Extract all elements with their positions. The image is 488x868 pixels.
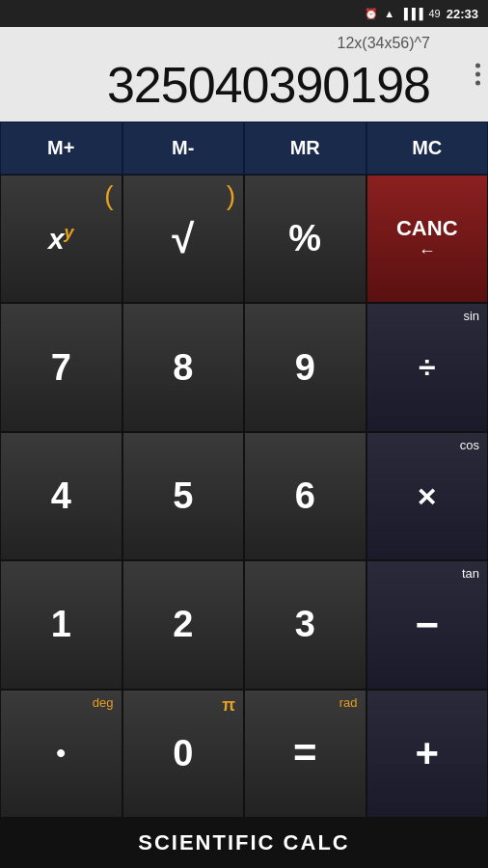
close-paren-label: ): [227, 180, 235, 211]
digit-9-button[interactable]: 9: [244, 303, 366, 431]
button-row-2: 7 8 9 sin ÷: [0, 303, 488, 431]
xy-button[interactable]: ( xy: [0, 175, 122, 303]
plus-label: +: [415, 730, 439, 776]
cos-label: cos: [460, 438, 479, 452]
wifi-icon: ▲: [384, 8, 394, 19]
digit-3-label: 3: [295, 604, 315, 645]
digit-4-button[interactable]: 4: [0, 432, 122, 560]
memory-plus-button[interactable]: M+: [0, 122, 122, 175]
deg-label: deg: [93, 695, 114, 710]
memory-minus-button[interactable]: M-: [122, 122, 245, 175]
display-area: 12x(34x56)^7 325040390198: [0, 27, 488, 122]
dot-3: [475, 81, 480, 86]
minus-button[interactable]: tan −: [366, 560, 489, 689]
divide-button[interactable]: sin ÷: [366, 303, 489, 431]
app-label: SCIENTIFIC CALC: [0, 818, 488, 868]
expression-display: 12x(34x56)^7: [10, 35, 430, 52]
digit-9-label: 9: [295, 347, 315, 389]
status-time: 22:33: [447, 7, 478, 21]
digit-8-label: 8: [173, 347, 193, 389]
open-paren-label: (: [104, 180, 113, 211]
minus-label: −: [415, 605, 439, 645]
percent-label: %: [288, 218, 321, 259]
calculator-grid: ( xy ) √ % CANC ← 7 8 9 sin ÷: [0, 175, 488, 818]
digit-5-label: 5: [173, 475, 193, 517]
tan-label: tan: [462, 566, 479, 581]
digit-3-button[interactable]: 3: [244, 560, 366, 689]
percent-button[interactable]: %: [244, 175, 366, 303]
sqrt-button[interactable]: ) √: [122, 175, 245, 303]
digit-0-label: 0: [173, 733, 193, 774]
equals-button[interactable]: rad =: [244, 690, 366, 818]
dot-button[interactable]: deg •: [0, 690, 122, 818]
result-display: 325040390198: [10, 56, 430, 114]
digit-6-label: 6: [295, 475, 315, 517]
digit-8-button[interactable]: 8: [122, 303, 245, 431]
memory-row: M+ M- MR MC: [0, 122, 488, 175]
multiply-button[interactable]: cos ×: [366, 432, 489, 560]
digit-2-button[interactable]: 2: [122, 560, 245, 689]
signal-icon: ▐▐▐: [400, 8, 422, 19]
cancel-button[interactable]: CANC ←: [366, 175, 489, 303]
digit-2-label: 2: [173, 604, 193, 645]
equals-label: =: [293, 730, 317, 776]
canc-label: CANC ←: [396, 216, 458, 261]
sin-label: sin: [463, 309, 479, 323]
button-row-3: 4 5 6 cos ×: [0, 432, 488, 560]
memory-clear-button[interactable]: MC: [366, 122, 489, 175]
display-dots: [475, 64, 480, 86]
digit-0-button[interactable]: π 0: [122, 690, 245, 818]
digit-4-label: 4: [51, 475, 71, 517]
divide-label: ÷: [419, 350, 436, 386]
memory-recall-button[interactable]: MR: [244, 122, 366, 175]
button-row-1: ( xy ) √ % CANC ←: [0, 175, 488, 303]
pi-label: π: [222, 695, 235, 716]
dot-2: [475, 72, 480, 77]
sqrt-label: √: [172, 216, 194, 262]
dot-label: •: [56, 738, 66, 769]
alarm-icon: ⏰: [365, 8, 378, 20]
digit-1-button[interactable]: 1: [0, 560, 122, 689]
digit-6-button[interactable]: 6: [244, 432, 366, 560]
dot-1: [475, 64, 480, 68]
rad-label: rad: [339, 695, 358, 710]
digit-7-label: 7: [51, 347, 71, 389]
digit-1-label: 1: [51, 604, 71, 645]
multiply-label: ×: [418, 477, 437, 515]
digit-7-button[interactable]: 7: [0, 303, 122, 431]
button-row-5: deg • π 0 rad = +: [0, 690, 488, 818]
xy-label: xy: [48, 223, 74, 256]
plus-button[interactable]: +: [366, 690, 489, 818]
battery-level: 49: [429, 8, 441, 19]
status-bar: ⏰ ▲ ▐▐▐ 49 22:33: [0, 0, 488, 27]
button-row-4: 1 2 3 tan −: [0, 560, 488, 689]
digit-5-button[interactable]: 5: [122, 432, 245, 560]
